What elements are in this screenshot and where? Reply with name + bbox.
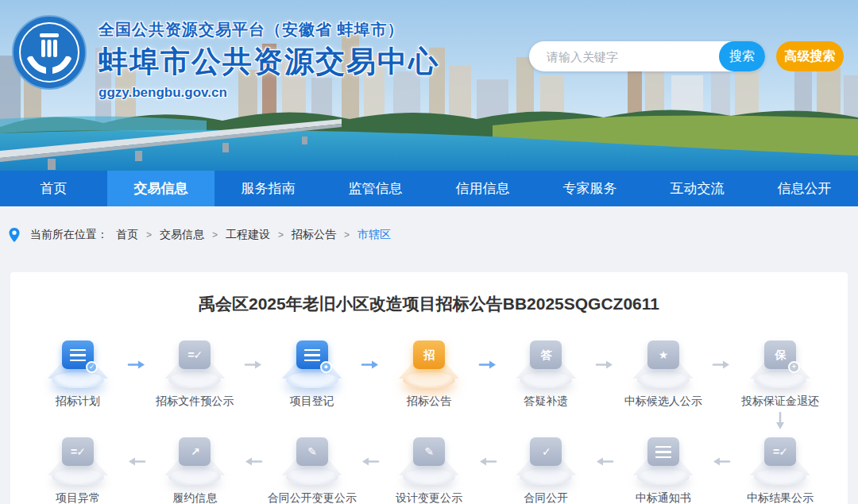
flow-row-1: ✓ 招标计划 =✓ 招标文件预公示 ● 项目登记 招 招标公告 答 答疑补遗: [10, 339, 848, 409]
flow-step-答疑补遗[interactable]: 答 答疑补遗: [499, 339, 593, 409]
nav-item-服务指南[interactable]: 服务指南: [214, 171, 322, 206]
icon-pedestal: [754, 372, 806, 388]
icon-pedestal: [286, 469, 338, 485]
abnormal-board-icon: =✓: [62, 437, 94, 466]
deposit-shield-icon: 保+: [764, 340, 796, 369]
advanced-search-button[interactable]: 高级搜索: [776, 41, 844, 71]
left-arrow-icon: [359, 456, 382, 467]
nav-item-首页[interactable]: 首页: [0, 171, 107, 206]
search-button[interactable]: 搜索: [719, 41, 765, 71]
folder-check-icon: ✓: [62, 340, 94, 369]
breadcrumb-separator: >: [344, 229, 350, 240]
flow-step-招标计划[interactable]: ✓ 招标计划: [31, 339, 125, 409]
flow-step-设计变更公示[interactable]: ✎ 设计变更公示: [382, 436, 476, 504]
right-arrow-icon: [359, 360, 382, 370]
flow-step-招标文件预公示[interactable]: =✓ 招标文件预公示: [148, 339, 242, 409]
right-arrow-icon: [125, 360, 148, 370]
icon-pedestal: [52, 469, 104, 485]
award-notice-icon: [647, 437, 679, 466]
site-url: ggzy.bengbu.gov.cn: [99, 85, 439, 101]
right-arrow-icon: [710, 360, 733, 370]
flow-step-项目异常[interactable]: =✓ 项目异常: [31, 436, 125, 504]
breadcrumb-separator: >: [212, 229, 218, 240]
site-header: 全国公共资源交易平台（安徽省 蚌埠市） 蚌埠市公共资源交易中心 ggzy.ben…: [0, 0, 858, 171]
search-area: 搜索 高级搜索: [529, 41, 844, 71]
badge-icon: +: [788, 361, 800, 373]
icon-pedestal: [286, 372, 338, 388]
nav-item-交易信息[interactable]: 交易信息: [107, 171, 214, 206]
icon-pedestal: [168, 469, 221, 485]
icon-pedestal: [52, 372, 104, 388]
platform-title: 全国公共资源交易平台（安徽省 蚌埠市）: [99, 19, 439, 40]
breadcrumb-prefix: 当前所在位置：: [30, 228, 108, 242]
left-arrow-icon: [593, 456, 616, 467]
flow-step-合同公开[interactable]: ✓ 合同公开: [499, 436, 593, 504]
flow-step-label: 设计变更公示: [396, 491, 462, 504]
icon-pedestal: [637, 372, 690, 388]
announcement-doc-icon: 招: [413, 340, 445, 369]
breadcrumb-link-交易信息[interactable]: 交易信息: [160, 228, 204, 242]
nav-item-专家服务[interactable]: 专家服务: [536, 171, 644, 206]
icon-pedestal: [520, 469, 572, 485]
flow-step-投标保证金退还[interactable]: 保+ 投标保证金退还: [733, 339, 827, 409]
breadcrumb-separator: >: [146, 229, 152, 240]
left-arrow-icon: [242, 456, 265, 467]
breadcrumb-link-首页[interactable]: 首页: [116, 228, 138, 242]
site-logo[interactable]: [11, 14, 87, 90]
badge-icon: ✓: [86, 361, 98, 373]
flow-step-履约信息[interactable]: ↗ 履约信息: [148, 436, 242, 504]
process-flow: ✓ 招标计划 =✓ 招标文件预公示 ● 项目登记 招 招标公告 答 答疑补遗: [10, 339, 848, 504]
doc-person-icon: ●: [296, 340, 328, 369]
flow-step-label: 招标公告: [407, 394, 451, 409]
flow-step-label: 中标候选人公示: [624, 394, 702, 409]
site-name: 蚌埠市公共资源交易中心: [99, 42, 439, 82]
candidate-cert-icon: ★: [647, 340, 679, 369]
breadcrumb-link-市辖区[interactable]: 市辖区: [358, 228, 391, 242]
flow-step-项目登记[interactable]: ● 项目登记: [265, 339, 359, 409]
flow-step-label: 项目登记: [290, 394, 334, 409]
breadcrumb-link-工程建设[interactable]: 工程建设: [226, 228, 270, 242]
left-arrow-icon: [710, 456, 733, 467]
breadcrumb: 当前所在位置： 首页>交易信息>工程建设>招标公告>市辖区: [8, 227, 391, 243]
flow-step-合同公开变更公示[interactable]: ✎ 合同公开变更公示: [265, 436, 359, 504]
flow-step-label: 履约信息: [172, 491, 217, 504]
breadcrumb-link-招标公告[interactable]: 招标公告: [292, 228, 336, 242]
right-arrow-icon: [242, 360, 265, 370]
flow-step-label: 合同公开变更公示: [268, 491, 357, 504]
flow-step-中标结果公示[interactable]: =✓ 中标结果公示: [733, 436, 827, 504]
breadcrumb-items: 首页>交易信息>工程建设>招标公告>市辖区: [116, 228, 391, 242]
nav-item-监管信息[interactable]: 监管信息: [322, 171, 429, 206]
flow-step-中标候选人公示[interactable]: ★ 中标候选人公示: [616, 339, 710, 409]
nav-item-信息公开[interactable]: 信息公开: [751, 171, 858, 206]
site-title-block: 全国公共资源交易平台（安徽省 蚌埠市） 蚌埠市公共资源交易中心 ggzy.ben…: [99, 19, 439, 101]
flow-step-label: 项目异常: [56, 491, 100, 504]
page-title: 禹会区2025年老旧小区改造项目招标公告BB2025SQGCZ0611: [10, 293, 848, 315]
board-check-icon: =✓: [179, 340, 211, 369]
flow-step-label: 中标结果公示: [747, 491, 814, 504]
contract-check-icon: ✓: [530, 437, 562, 466]
right-arrow-icon: [476, 360, 499, 370]
badge-icon: ●: [320, 361, 332, 373]
answer-bubble-icon: 答: [530, 340, 562, 369]
icon-pedestal: [637, 469, 690, 485]
main-nav: 首页交易信息服务指南监管信息信用信息专家服务互动交流信息公开: [0, 171, 858, 206]
content-card: 禹会区2025年老旧小区改造项目招标公告BB2025SQGCZ0611 ✓ 招标…: [10, 272, 848, 504]
search-box: 搜索: [529, 41, 765, 71]
icon-pedestal: [403, 372, 455, 388]
nav-item-互动交流[interactable]: 互动交流: [644, 171, 751, 206]
performance-chart-icon: ↗: [179, 437, 211, 466]
right-arrow-icon: [593, 360, 616, 370]
flow-row-connector: [10, 409, 848, 436]
flow-step-label: 中标通知书: [636, 491, 691, 504]
icon-pedestal: [168, 372, 221, 388]
flow-step-中标通知书[interactable]: 中标通知书: [616, 436, 710, 504]
icon-pedestal: [754, 469, 806, 485]
flow-step-label: 合同公开: [524, 491, 568, 504]
contract-edit-icon: ✎: [296, 437, 328, 466]
breadcrumb-separator: >: [278, 229, 284, 240]
breadcrumb-bar: 当前所在位置： 首页>交易信息>工程建设>招标公告>市辖区: [0, 206, 858, 272]
flow-step-招标公告[interactable]: 招 招标公告: [382, 339, 476, 409]
design-change-pen-icon: ✎: [413, 437, 445, 466]
flow-step-label: 招标计划: [56, 394, 100, 409]
nav-item-信用信息[interactable]: 信用信息: [429, 171, 536, 206]
